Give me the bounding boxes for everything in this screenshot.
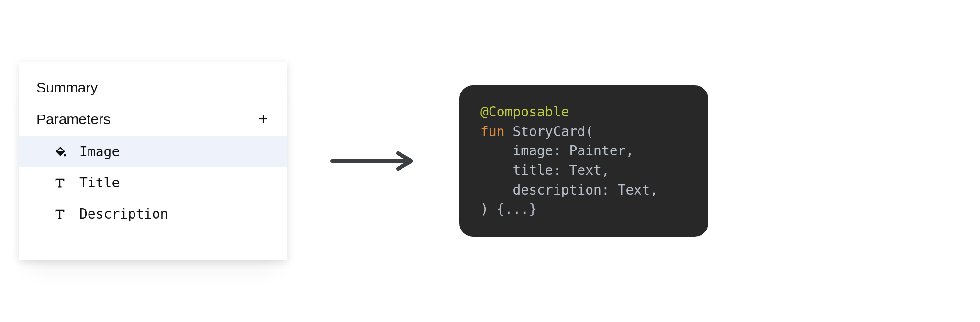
param-type-token: Text xyxy=(618,182,650,198)
code-block: @Composable fun StoryCard( image: Painte… xyxy=(459,85,708,237)
identifier-token: StoryCard xyxy=(512,124,585,139)
keyword-token: fun xyxy=(480,124,505,139)
parameter-item-label: Title xyxy=(79,175,120,191)
param-name-token: description xyxy=(512,182,601,198)
plus-icon xyxy=(257,111,269,128)
text-icon xyxy=(53,175,67,190)
arrow-icon xyxy=(330,147,416,175)
body-placeholder-token: {...} xyxy=(497,201,537,217)
summary-heading: Summary xyxy=(19,80,287,111)
code-line: fun StoryCard( xyxy=(480,122,687,142)
param-type-token: Text xyxy=(569,162,601,178)
fill-icon xyxy=(53,144,67,159)
add-parameter-button[interactable] xyxy=(256,113,270,126)
code-line: ) {...} xyxy=(480,200,687,219)
parameters-panel: Summary Parameters Image Title xyxy=(19,62,287,260)
annotation-token: @Composable xyxy=(480,104,569,120)
parameter-item-description[interactable]: Description xyxy=(19,198,287,230)
code-line: @Composable xyxy=(480,103,687,122)
parameters-header: Parameters xyxy=(19,111,287,136)
parameter-list: Image Title Description xyxy=(19,136,287,230)
param-type-token: Painter xyxy=(569,143,625,159)
parameter-item-title[interactable]: Title xyxy=(19,167,287,198)
svg-point-0 xyxy=(64,154,66,157)
code-line: description: Text, xyxy=(480,181,687,200)
code-line: title: Text, xyxy=(480,161,687,181)
parameters-label: Parameters xyxy=(36,111,111,127)
parameter-item-label: Image xyxy=(79,144,120,160)
text-icon xyxy=(53,207,67,221)
param-name-token: image xyxy=(512,143,553,159)
parameter-item-image[interactable]: Image xyxy=(19,136,287,167)
param-name-token: title xyxy=(512,162,553,178)
parameter-item-label: Description xyxy=(79,206,168,222)
code-line: image: Painter, xyxy=(480,141,687,161)
